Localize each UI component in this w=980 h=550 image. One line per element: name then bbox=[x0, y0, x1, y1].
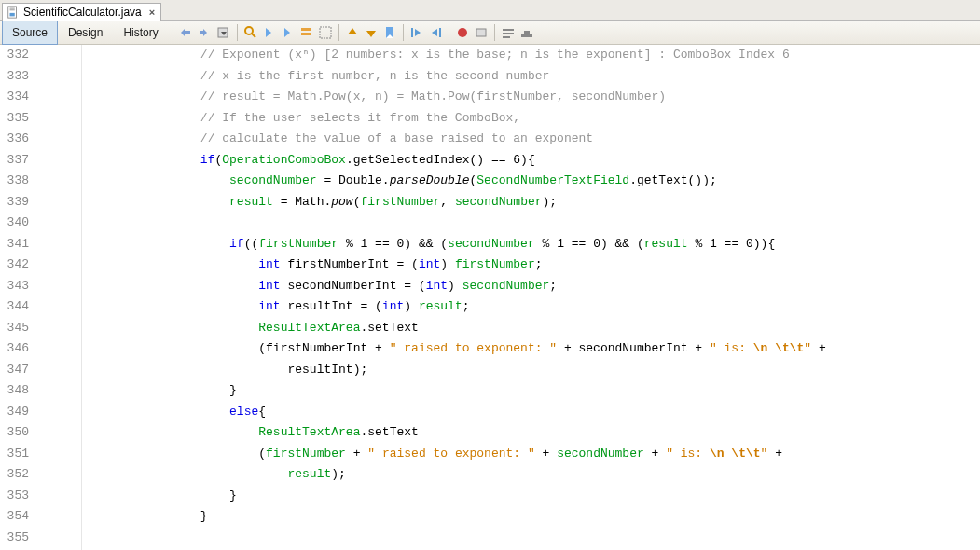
line-number: 354 bbox=[4, 506, 29, 528]
nav-back-icon[interactable] bbox=[197, 24, 214, 41]
source-tab[interactable]: Source bbox=[2, 21, 58, 45]
code-line: int firstNumberInt = (int) firstNumber; bbox=[84, 254, 980, 276]
svg-rect-8 bbox=[301, 33, 311, 35]
code-line: (firstNumberInt + " raised to exponent: … bbox=[84, 338, 980, 360]
line-number: 340 bbox=[4, 213, 29, 234]
code-line: int secondNumberInt = (int) secondNumber… bbox=[84, 276, 980, 297]
find-next-icon[interactable] bbox=[280, 24, 297, 41]
shift-right-icon[interactable] bbox=[427, 24, 444, 41]
line-number: 345 bbox=[4, 318, 29, 339]
line-number: 349 bbox=[4, 402, 29, 423]
code-area[interactable]: // Exponent (xⁿ) [2 numbers: x is the ba… bbox=[82, 45, 980, 550]
code-line: } bbox=[84, 506, 980, 528]
code-line: result = Math.pow(firstNumber, secondNum… bbox=[84, 192, 980, 213]
svg-rect-2 bbox=[10, 8, 15, 9]
line-number: 333 bbox=[4, 66, 29, 88]
line-number: 336 bbox=[4, 129, 29, 150]
code-line: if((firstNumber % 1 == 0) && (secondNumb… bbox=[84, 234, 980, 255]
code-line bbox=[84, 528, 980, 549]
line-number: 350 bbox=[4, 422, 29, 444]
nav-dropdown-icon[interactable] bbox=[215, 24, 232, 41]
line-number: 332 bbox=[4, 45, 29, 66]
line-number: 344 bbox=[4, 296, 29, 318]
line-number: 341 bbox=[4, 234, 29, 255]
last-edit-icon[interactable] bbox=[178, 24, 195, 41]
code-line: if(OperationComboBox.getSelectedIndex() … bbox=[84, 150, 980, 172]
marker-column bbox=[48, 45, 82, 550]
svg-rect-11 bbox=[411, 28, 413, 37]
svg-point-13 bbox=[458, 28, 467, 37]
macro-play-icon[interactable] bbox=[473, 24, 490, 41]
separator bbox=[494, 24, 495, 41]
code-editor[interactable]: 3323333343353363373383393403413423433443… bbox=[0, 45, 980, 550]
code-line: (firstNumber + " raised to exponent: " +… bbox=[84, 444, 980, 465]
line-number: 346 bbox=[4, 338, 29, 360]
separator bbox=[173, 24, 173, 41]
code-line: // calculate the value of a base raised … bbox=[84, 129, 980, 150]
shift-left-icon[interactable] bbox=[408, 24, 425, 41]
history-tab[interactable]: History bbox=[113, 21, 168, 45]
file-tab[interactable]: ScientificCalculator.java × bbox=[2, 3, 161, 21]
line-number: 334 bbox=[4, 87, 29, 108]
line-number: 355 bbox=[4, 528, 29, 549]
svg-rect-15 bbox=[503, 29, 514, 31]
separator bbox=[338, 24, 339, 41]
line-number: 342 bbox=[4, 254, 29, 276]
tab-filename: ScientificCalculator.java bbox=[23, 6, 142, 19]
svg-rect-16 bbox=[503, 33, 514, 34]
comment-icon[interactable] bbox=[500, 24, 517, 41]
find-prev-icon[interactable] bbox=[261, 24, 278, 41]
find-selection-icon[interactable] bbox=[242, 24, 259, 41]
separator bbox=[237, 24, 238, 41]
svg-line-6 bbox=[252, 34, 255, 37]
code-line: // If the user selects it from the Combo… bbox=[84, 108, 980, 130]
separator bbox=[449, 24, 449, 41]
code-line: // result = Math.Pow(x, n) = Math.Pow(fi… bbox=[84, 87, 980, 108]
editor-toolbar: Source Design History bbox=[0, 21, 980, 45]
line-number: 353 bbox=[4, 486, 29, 507]
code-line: result); bbox=[84, 464, 980, 486]
svg-rect-17 bbox=[503, 36, 510, 38]
toggle-highlight-icon[interactable] bbox=[298, 24, 315, 41]
close-icon[interactable]: × bbox=[149, 7, 155, 18]
code-line bbox=[84, 213, 980, 234]
line-number: 352 bbox=[4, 464, 29, 486]
svg-rect-19 bbox=[524, 31, 530, 34]
line-number-gutter: 3323333343353363373383393403413423433443… bbox=[0, 45, 35, 550]
code-line: int resultInt = (int) result; bbox=[84, 296, 980, 318]
svg-rect-14 bbox=[476, 29, 486, 36]
fold-column[interactable] bbox=[35, 45, 48, 550]
code-line: } bbox=[84, 380, 980, 402]
prev-bookmark-icon[interactable] bbox=[344, 24, 361, 41]
svg-point-5 bbox=[245, 27, 253, 34]
line-number: 343 bbox=[4, 276, 29, 297]
uncomment-icon[interactable] bbox=[518, 24, 535, 41]
code-line: resultInt); bbox=[84, 360, 980, 381]
line-number: 337 bbox=[4, 150, 29, 172]
code-line: ResultTextArea.setText bbox=[84, 318, 980, 339]
line-number: 338 bbox=[4, 171, 29, 192]
svg-rect-18 bbox=[521, 34, 532, 37]
macro-record-icon[interactable] bbox=[454, 24, 471, 41]
separator bbox=[403, 24, 404, 41]
design-tab[interactable]: Design bbox=[58, 21, 113, 45]
svg-rect-3 bbox=[10, 9, 15, 10]
line-number: 335 bbox=[4, 108, 29, 130]
code-line: } bbox=[84, 486, 980, 507]
line-number: 347 bbox=[4, 360, 29, 381]
code-line: // Exponent (xⁿ) [2 numbers: x is the ba… bbox=[84, 45, 980, 66]
code-line: // x is the first number, n is the secon… bbox=[84, 66, 980, 88]
line-number: 348 bbox=[4, 380, 29, 402]
svg-rect-9 bbox=[320, 27, 331, 38]
code-line: else{ bbox=[84, 402, 980, 423]
java-file-icon bbox=[7, 6, 20, 19]
code-line: ResultTextArea.setText bbox=[84, 422, 980, 444]
toggle-bookmark-icon[interactable] bbox=[381, 24, 398, 41]
line-number: 339 bbox=[4, 192, 29, 213]
next-bookmark-icon[interactable] bbox=[363, 24, 380, 41]
toggle-rect-select-icon[interactable] bbox=[317, 24, 334, 41]
line-number: 351 bbox=[4, 444, 29, 465]
svg-rect-1 bbox=[10, 13, 15, 17]
svg-rect-12 bbox=[439, 28, 441, 37]
svg-rect-7 bbox=[301, 28, 311, 31]
